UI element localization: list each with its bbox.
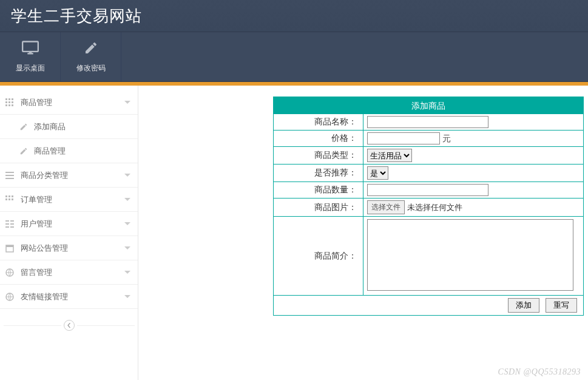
label-desc: 商品简介：: [274, 217, 363, 296]
chevron-down-icon: [124, 295, 130, 298]
sidebar-subitem-label: 添加商品: [34, 121, 66, 132]
quantity-input[interactable]: [367, 184, 488, 196]
sidebar-item-order-mgmt[interactable]: 订单管理: [0, 188, 138, 212]
users-icon: [5, 220, 15, 228]
sidebar-item-product-mgmt[interactable]: 商品管理: [0, 90, 138, 115]
toolbar-password-button[interactable]: 修改密码: [61, 32, 121, 81]
product-name-input[interactable]: [367, 116, 488, 128]
sidebar-item-label: 留言管理: [21, 267, 124, 278]
svg-rect-19: [8, 198, 10, 200]
svg-rect-21: [5, 220, 9, 222]
sidebar-item-announcement-mgmt[interactable]: 网站公告管理: [0, 236, 138, 260]
sidebar-subitem-product-mgmt[interactable]: 商品管理: [0, 139, 138, 163]
sidebar-item-message-mgmt[interactable]: 留言管理: [0, 260, 138, 285]
svg-rect-11: [12, 104, 13, 106]
sidebar-item-label: 用户管理: [21, 219, 124, 229]
price-input[interactable]: [367, 132, 440, 144]
svg-rect-26: [10, 226, 14, 228]
chevron-down-icon: [124, 198, 130, 201]
toolbar: 显示桌面 修改密码: [0, 32, 588, 82]
chevron-left-icon: [67, 323, 72, 328]
sidebar-item-label: 友情链接管理: [21, 291, 124, 302]
label-recommend: 是否推荐：: [274, 165, 363, 182]
toolbar-password-label: 修改密码: [76, 63, 106, 73]
svg-rect-23: [5, 226, 9, 228]
label-product-name: 商品名称：: [274, 114, 363, 131]
svg-rect-13: [5, 175, 14, 176]
chevron-down-icon: [124, 174, 130, 177]
header-bar: 学生二手交易网站: [0, 0, 588, 32]
label-quantity: 商品数量：: [274, 182, 363, 198]
reset-button[interactable]: 重写: [546, 298, 577, 313]
calendar-icon: [5, 244, 15, 253]
svg-rect-7: [8, 101, 10, 103]
sidebar-item-user-mgmt[interactable]: 用户管理: [0, 212, 138, 236]
form-title: 添加商品: [273, 97, 584, 114]
svg-rect-22: [5, 223, 9, 225]
svg-rect-16: [8, 195, 10, 197]
svg-rect-25: [10, 223, 14, 225]
svg-rect-2: [29, 51, 32, 52]
svg-rect-6: [5, 101, 7, 103]
recommend-select[interactable]: 是: [367, 166, 388, 180]
globe-icon: [5, 268, 15, 277]
svg-rect-15: [5, 195, 7, 197]
chevron-down-icon: [124, 222, 130, 225]
sidebar-item-label: 商品管理: [21, 97, 124, 108]
toolbar-desktop-button[interactable]: 显示桌面: [0, 32, 61, 81]
pencil-icon: [83, 41, 100, 57]
grid-icon: [5, 195, 15, 204]
sidebar: 商品管理 添加商品 商品管理 商品分类管理 订单管理 用户管理: [0, 86, 138, 380]
svg-rect-5: [12, 98, 13, 100]
pencil-icon: [19, 123, 28, 131]
desc-textarea[interactable]: [367, 219, 573, 291]
chevron-down-icon: [124, 246, 130, 249]
sidebar-subitem-add-product[interactable]: 添加商品: [0, 115, 138, 139]
pencil-icon: [19, 147, 28, 155]
grid-icon: [5, 98, 15, 107]
toolbar-desktop-label: 显示桌面: [16, 63, 45, 73]
sidebar-collapse-area: [0, 309, 138, 342]
chevron-down-icon: [124, 271, 130, 274]
monitor-icon: [22, 41, 39, 57]
svg-rect-1: [27, 53, 33, 54]
sidebar-collapse-button[interactable]: [64, 320, 75, 331]
label-price: 价格：: [274, 131, 363, 147]
svg-rect-8: [12, 101, 13, 103]
add-product-form: 添加商品 商品名称： 价格： 元 商品类型： 生活用品: [273, 97, 584, 316]
submit-button[interactable]: 添加: [508, 298, 539, 313]
svg-rect-10: [8, 104, 10, 106]
svg-rect-12: [5, 172, 14, 173]
price-unit: 元: [442, 134, 451, 143]
site-title: 学生二手交易网站: [11, 5, 142, 27]
svg-rect-14: [5, 178, 14, 179]
sidebar-item-label: 商品分类管理: [21, 170, 124, 181]
type-select[interactable]: 生活用品: [367, 149, 412, 162]
sidebar-subitem-label: 商品管理: [34, 146, 66, 157]
file-status-text: 未选择任何文件: [407, 202, 462, 213]
sidebar-item-label: 订单管理: [21, 194, 124, 205]
label-type: 商品类型：: [274, 147, 363, 165]
svg-rect-24: [10, 220, 14, 222]
svg-rect-20: [12, 198, 13, 200]
label-image: 商品图片：: [274, 198, 363, 217]
svg-rect-28: [6, 245, 13, 247]
sidebar-item-link-mgmt[interactable]: 友情链接管理: [0, 285, 138, 309]
svg-rect-4: [8, 98, 10, 100]
svg-rect-3: [5, 98, 7, 100]
sidebar-item-category-mgmt[interactable]: 商品分类管理: [0, 163, 138, 188]
svg-rect-0: [22, 41, 38, 51]
file-choose-button[interactable]: 选择文件: [367, 200, 405, 214]
sidebar-item-label: 网站公告管理: [21, 243, 124, 254]
svg-rect-17: [12, 195, 13, 197]
svg-rect-18: [5, 198, 7, 200]
globe-icon: [5, 293, 15, 301]
svg-rect-9: [5, 104, 7, 106]
chevron-down-icon: [124, 101, 130, 104]
list-icon: [5, 171, 15, 180]
main-content: 添加商品 商品名称： 价格： 元 商品类型： 生活用品: [138, 86, 588, 380]
watermark: CSDN @QQ55318293: [498, 367, 581, 377]
